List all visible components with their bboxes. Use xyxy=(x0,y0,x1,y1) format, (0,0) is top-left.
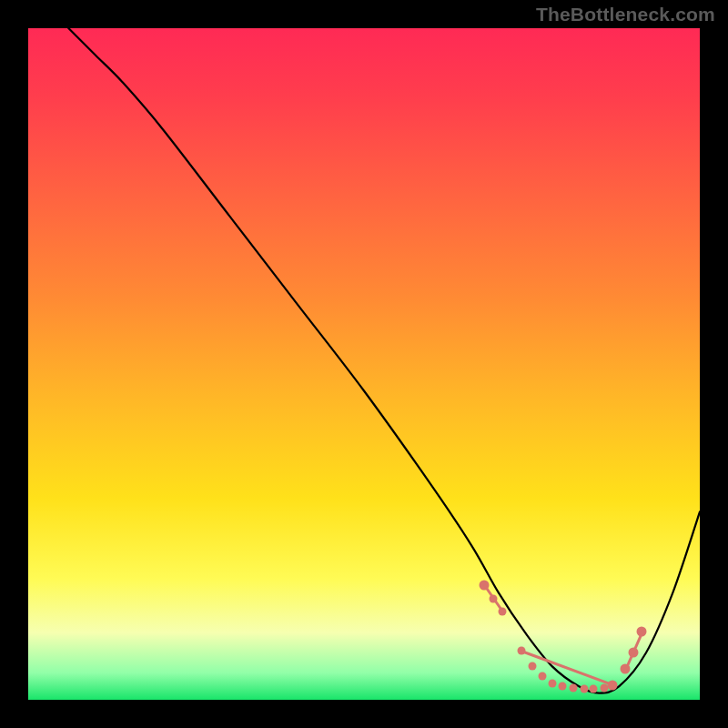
data-marker xyxy=(559,682,567,691)
marker-segment xyxy=(483,584,505,614)
data-marker xyxy=(538,672,546,681)
data-marker xyxy=(590,685,598,693)
marker-layer xyxy=(28,28,700,700)
watermark-text: TheBottleneck.com xyxy=(536,4,715,25)
data-marker xyxy=(581,685,589,693)
data-marker xyxy=(548,679,556,687)
data-marker xyxy=(528,662,536,671)
marker-segment xyxy=(622,630,643,673)
chart-stage: TheBottleneck.com xyxy=(0,0,728,728)
plot-area xyxy=(28,28,700,700)
data-marker xyxy=(570,683,578,692)
